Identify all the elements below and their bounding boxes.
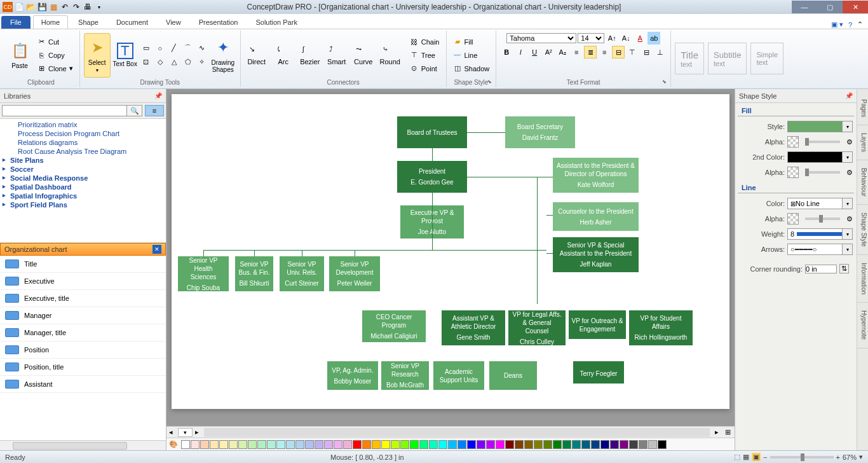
search-icon[interactable]: 🔍	[127, 105, 142, 116]
collapse-ribbon-icon[interactable]: ⌃	[857, 20, 863, 29]
grid-icon[interactable]: ▦	[48, 2, 58, 12]
subscript-icon[interactable]: A₂	[556, 46, 569, 59]
status-icon-3[interactable]: ▣	[752, 453, 761, 461]
zoom-slider[interactable]	[770, 456, 834, 459]
color-swatch[interactable]	[305, 440, 314, 449]
color-swatch[interactable]	[181, 440, 190, 449]
color-swatch[interactable]	[219, 440, 228, 449]
point-button[interactable]: ⊙Point	[407, 62, 442, 75]
smart-connector[interactable]: ⤴Smart	[325, 45, 349, 66]
chain-button[interactable]: ⛓Chain	[407, 36, 442, 48]
file-tab[interactable]: File	[1, 16, 31, 29]
shadow-button[interactable]: ◫Shadow	[451, 62, 492, 75]
subtitle-style[interactable]: Subtitletext	[708, 43, 747, 74]
alpha-config-icon[interactable]: ⚙	[846, 169, 853, 177]
close-button[interactable]: ✕	[843, 1, 868, 13]
color-swatch[interactable]	[486, 440, 495, 449]
library-search-input[interactable]	[2, 105, 127, 116]
color-swatch[interactable]	[286, 440, 295, 449]
tree-category[interactable]: Spatial Infographics	[3, 191, 163, 200]
color-swatch[interactable]	[267, 440, 276, 449]
pin-icon[interactable]: 📌	[845, 92, 853, 99]
tree-category[interactable]: Site Plans	[3, 156, 163, 165]
horizontal-scrollbar[interactable]	[0, 440, 166, 450]
color-swatch[interactable]	[591, 440, 600, 449]
org-node[interactable]: Terry Foegler	[573, 361, 624, 384]
side-tab[interactable]: Hypernote	[857, 303, 868, 348]
color-swatch[interactable]	[496, 440, 505, 449]
org-node[interactable]: Board of Trustees	[397, 116, 467, 148]
italic-icon[interactable]: I	[514, 46, 527, 59]
arc-tool-icon[interactable]: ⌒	[182, 42, 194, 55]
color-swatch[interactable]	[419, 440, 428, 449]
org-node[interactable]: Senior VP ResearchBob McGrath	[381, 361, 429, 390]
arc-connector[interactable]: ⤹Arc	[271, 45, 295, 66]
shape-item[interactable]: Position, title	[0, 359, 166, 376]
color-swatch[interactable]	[515, 440, 524, 449]
tree-category[interactable]: Soccer	[3, 165, 163, 174]
org-node[interactable]: Assistant to the President & Director of…	[553, 158, 639, 193]
shape-item[interactable]: Manager, title	[0, 324, 166, 342]
textbox-button[interactable]: TText Box	[112, 33, 139, 78]
color-swatch[interactable]	[248, 440, 257, 449]
line-alpha-slider[interactable]	[805, 218, 840, 220]
color-swatch[interactable]	[581, 440, 590, 449]
color-swatch[interactable]	[343, 440, 352, 449]
spinner-icon[interactable]: ⇅	[839, 264, 849, 273]
color-swatch[interactable]	[648, 440, 657, 449]
status-icon-2[interactable]: ▦	[743, 453, 749, 461]
color-swatch[interactable]	[381, 440, 390, 449]
color-swatch[interactable]	[534, 440, 543, 449]
shape-tab[interactable]: Shape	[71, 16, 106, 29]
highlight-icon[interactable]: ab	[648, 32, 660, 45]
grow-font-icon[interactable]: A↑	[606, 32, 618, 45]
tree-button[interactable]: ⊤Tree	[407, 49, 442, 62]
org-node[interactable]: VP for Student AffairsRich Hollingsworth	[629, 310, 693, 345]
color-swatch[interactable]	[295, 440, 304, 449]
org-node[interactable]: PresidentE. Gordon Gee	[397, 161, 467, 193]
shape-item[interactable]: Manager	[0, 307, 166, 324]
tree-item[interactable]: Process Decision Program Chart	[3, 129, 163, 138]
tree-item[interactable]: Root Cause Analysis Tree Diagram	[3, 147, 163, 156]
pin-icon[interactable]: 📌	[154, 92, 162, 99]
align-left-icon[interactable]: ≡	[570, 46, 583, 59]
color-swatch[interactable]	[524, 440, 533, 449]
color-swatch[interactable]	[458, 440, 466, 449]
library-tree[interactable]: Prioritization matrixProcess Decision Pr…	[0, 119, 166, 243]
color-swatch[interactable]	[400, 440, 409, 449]
color-swatch[interactable]	[658, 440, 667, 449]
round-connector[interactable]: ⤷Round	[378, 45, 402, 66]
valign-top-icon[interactable]: ⊤	[626, 46, 639, 59]
tree-category[interactable]: Spatial Dashboard	[3, 183, 163, 191]
org-node[interactable]: Senior VP Bus. & Fin.Bill Shkurti	[235, 256, 273, 291]
org-node[interactable]: Board SecretaryDavid Frantz	[505, 116, 575, 148]
dialog-launcher-icon[interactable]: ⬊	[487, 79, 492, 85]
org-node[interactable]: Deans	[489, 361, 537, 390]
color2-alpha-slider[interactable]	[805, 171, 840, 174]
org-node[interactable]: Senior VP & Special Assistant to the Pre…	[553, 237, 639, 272]
second-color-select[interactable]: ▾	[787, 151, 853, 163]
alpha-config-icon[interactable]: ⚙	[846, 138, 853, 146]
shape-item[interactable]: Position	[0, 342, 166, 359]
align-middle-icon[interactable]: ⊟	[612, 46, 625, 59]
org-node[interactable]: Academic Support Units	[433, 361, 484, 390]
ellipse-tool-icon[interactable]: ○	[154, 42, 166, 55]
tool-icon-4[interactable]: ⬠	[182, 56, 194, 69]
close-library-icon[interactable]: ✕	[153, 245, 161, 254]
org-node[interactable]: Assistant VP & Athletic DirectorGene Smi…	[442, 310, 505, 345]
shrink-font-icon[interactable]: A↓	[620, 32, 632, 45]
side-tab[interactable]: Behaviour	[857, 160, 868, 205]
color-swatch[interactable]	[334, 440, 342, 449]
tree-category[interactable]: Social Media Response	[3, 174, 163, 183]
bold-icon[interactable]: B	[500, 46, 513, 59]
copy-button[interactable]: ⎘Copy	[34, 49, 76, 62]
zoom-out-icon[interactable]: −	[763, 453, 767, 461]
undo-icon[interactable]: ↶	[60, 2, 70, 12]
color-swatch[interactable]	[210, 440, 219, 449]
side-tab[interactable]: Shape Style	[857, 205, 868, 255]
side-tab[interactable]: Information	[857, 255, 868, 303]
print-icon[interactable]: 🖶	[83, 2, 93, 12]
page-tab[interactable]: ▾	[178, 428, 193, 437]
org-node[interactable]: Senior VP Health SciencesChip Souba	[178, 256, 229, 291]
color-swatch[interactable]	[448, 440, 457, 449]
